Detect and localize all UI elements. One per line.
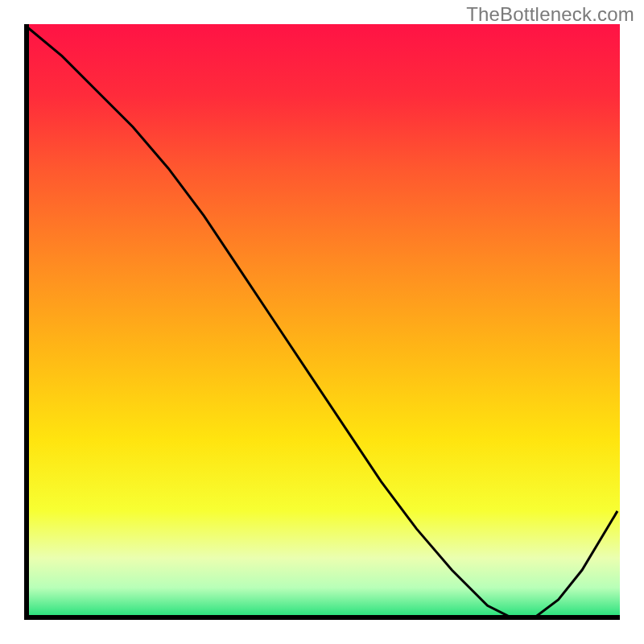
plot-background (27, 24, 620, 617)
chart-svg (24, 24, 620, 620)
chart-container: TheBottleneck.com (0, 0, 644, 644)
watermark-text: TheBottleneck.com (466, 3, 634, 26)
chart-frame (24, 24, 620, 620)
